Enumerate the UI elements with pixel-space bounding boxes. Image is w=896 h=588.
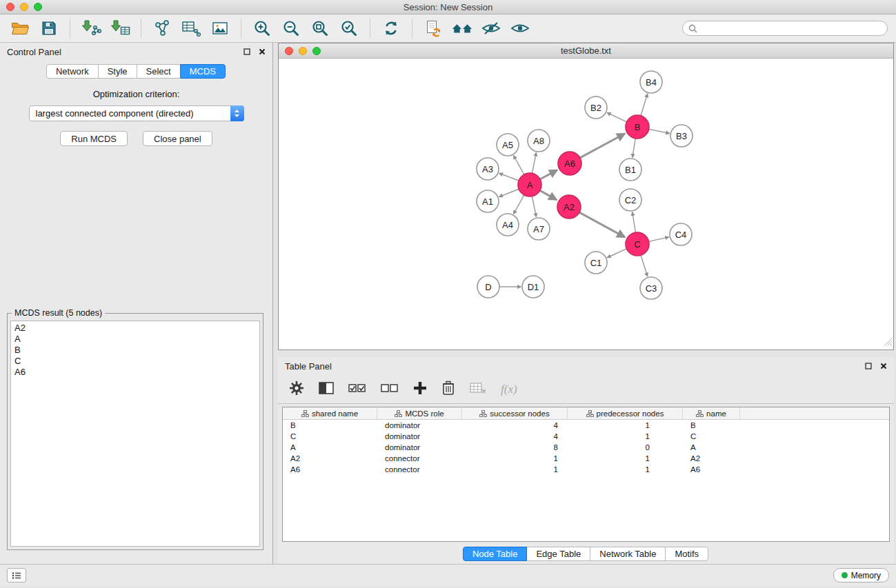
network-edge-A-A8[interactable] [532,152,536,173]
save-session-button[interactable] [38,17,60,39]
network-node-A5[interactable]: A5 [497,134,519,156]
network-edge-C-C3[interactable] [641,255,648,276]
network-canvas[interactable]: B4B2BB3A5A8A6B1A3AC2A1A2A4A7C4CC1C3DD1 [279,59,893,349]
network-edge-B-B3[interactable] [649,129,670,133]
network-edge-A-A7[interactable] [532,196,536,217]
delete-column-button[interactable] [441,381,455,398]
cell-predecessor-nodes[interactable]: 1 [568,432,683,440]
mcds-result-list[interactable]: A2ABCA6 [10,321,260,547]
network-edge-A-A3[interactable] [499,173,519,181]
function-builder-button[interactable]: f(x) [501,383,517,396]
close-window-button[interactable] [6,3,14,11]
network-node-A7[interactable]: A7 [528,218,550,240]
column-header-mcds-role[interactable]: MCDS role [377,407,462,419]
network-node-A2[interactable]: A2 [557,195,581,219]
search-box[interactable] [682,21,888,36]
column-header-name[interactable]: name [683,407,740,419]
minimize-window-button[interactable] [20,3,28,11]
zoom-in-button[interactable] [251,17,273,39]
tab-motifs[interactable]: Motifs [665,547,708,561]
close-panel-button[interactable] [259,47,266,57]
cell-shared-name[interactable]: B [283,421,377,429]
network-edge-A6-B[interactable] [580,134,625,158]
cell-mcds-role[interactable]: connector [377,454,462,463]
tab-select[interactable]: Select [137,64,181,79]
delete-table-button[interactable] [470,382,486,397]
cell-name[interactable]: B [683,421,740,429]
table-row[interactable]: Cdominator41C [283,431,889,442]
zoom-out-button[interactable] [280,17,302,39]
network-node-B4[interactable]: B4 [640,71,662,93]
close-panel-action-button[interactable]: Close panel [143,131,212,146]
cell-successor-nodes[interactable]: 1 [462,454,568,463]
export-image-button[interactable] [209,17,231,39]
network-edge-B-B2[interactable] [607,112,627,121]
hide-selected-button[interactable] [480,17,502,39]
cell-shared-name[interactable]: A2 [283,454,377,463]
network-edge-C-C4[interactable] [649,237,669,241]
search-input[interactable] [701,23,882,33]
cell-name[interactable]: A2 [683,454,740,463]
resize-grip-icon[interactable] [884,336,893,349]
cell-successor-nodes[interactable]: 1 [462,465,568,474]
network-node-C2[interactable]: C2 [619,189,641,211]
create-column-button[interactable] [413,381,427,398]
close-table-panel-button[interactable] [880,361,887,372]
network-node-C[interactable]: C [626,232,649,256]
export-table-button[interactable] [180,17,202,39]
float-table-panel-button[interactable] [865,361,872,372]
zoom-selected-button[interactable] [338,17,360,39]
show-all-button[interactable] [509,17,531,39]
status-menu-button[interactable] [7,568,26,582]
zoom-fit-button[interactable] [309,17,331,39]
cell-predecessor-nodes[interactable]: 0 [568,443,683,452]
memory-button[interactable]: Memory [833,568,889,582]
network-node-C3[interactable]: C3 [640,277,662,299]
cell-mcds-role[interactable]: connector [377,465,462,474]
cell-shared-name[interactable]: A [283,443,377,452]
tab-style[interactable]: Style [98,64,137,79]
maximize-network-window-button[interactable] [312,47,321,55]
network-edge-B-B1[interactable] [633,139,635,158]
minimize-network-window-button[interactable] [299,47,307,55]
open-session-button[interactable] [9,17,31,39]
cell-predecessor-nodes[interactable]: 1 [568,454,683,463]
tab-node-table[interactable]: Node Table [463,547,528,561]
network-node-C4[interactable]: C4 [670,223,692,245]
column-header-predecessor-nodes[interactable]: predecessor nodes [568,407,683,419]
cell-name[interactable]: C [683,432,740,440]
network-node-B[interactable]: B [626,115,649,139]
cell-mcds-role[interactable]: dominator [377,432,462,440]
cell-shared-name[interactable]: C [283,432,377,440]
table-row[interactable]: A6connector11A6 [283,464,889,475]
cell-mcds-role[interactable]: dominator [377,443,462,452]
network-node-A[interactable]: A [518,173,541,196]
cell-successor-nodes[interactable]: 4 [462,432,568,440]
network-node-A6[interactable]: A6 [558,152,581,175]
cell-successor-nodes[interactable]: 4 [462,421,568,429]
tab-edge-table[interactable]: Edge Table [526,547,590,561]
criterion-dropdown[interactable]: largest connected component (directed) [29,105,244,121]
network-edge-A-A6[interactable] [540,170,557,179]
network-edge-A-A1[interactable] [499,189,519,196]
network-node-A3[interactable]: A3 [477,158,499,180]
network-edge-A-A4[interactable] [514,195,524,214]
network-node-C1[interactable]: C1 [585,252,607,274]
cell-name[interactable]: A [683,443,740,452]
new-network-button[interactable] [151,17,173,39]
cell-predecessor-nodes[interactable]: 1 [568,421,683,429]
network-node-B3[interactable]: B3 [670,125,693,147]
network-edge-A2-C[interactable] [579,212,625,237]
network-node-A1[interactable]: A1 [477,190,499,212]
table-row[interactable]: Adominator80A [283,442,889,453]
refresh-view-button[interactable] [380,17,402,39]
column-header-shared-name[interactable]: shared name [283,407,377,419]
tab-mcds[interactable]: MCDS [180,64,226,79]
float-panel-button[interactable] [243,47,250,57]
unselect-all-columns-button[interactable] [381,382,399,397]
network-node-A8[interactable]: A8 [528,130,550,152]
network-edge-A-A2[interactable] [540,190,557,200]
network-node-A4[interactable]: A4 [497,214,519,236]
table-options-button[interactable] [289,381,304,398]
curation-panel-button[interactable] [422,17,444,39]
